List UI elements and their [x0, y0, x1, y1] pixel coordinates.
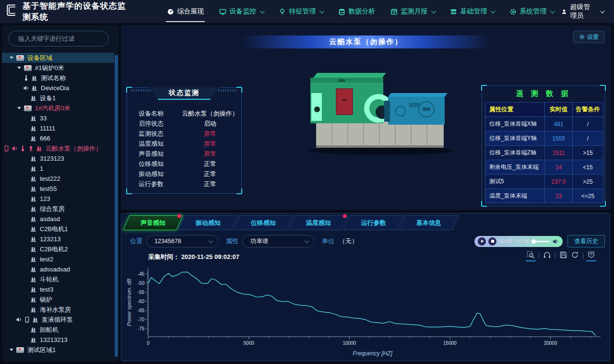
nav-item-dashboard[interactable]: 综合展现 [159, 0, 212, 23]
tree-item[interactable]: C2B电机2 [2, 244, 114, 254]
settings-button[interactable]: 设置 [573, 31, 604, 43]
tree-item[interactable]: 1 [2, 164, 114, 174]
tab-label: 位移感知 [251, 219, 276, 227]
zoom-select-icon[interactable] [527, 251, 535, 259]
nav-item-calendar[interactable]: 监测月报 [383, 0, 442, 23]
status-value: 正常 [179, 180, 241, 188]
device-icon [30, 215, 37, 223]
nav-item-layers[interactable]: 基础管理 [442, 0, 502, 23]
tree-item[interactable]: 测试区域1 [2, 345, 114, 355]
nav-item-database[interactable]: 数据分析 [331, 0, 383, 23]
tree-expand-caret[interactable] [10, 349, 13, 351]
svg-text:20000: 20000 [544, 341, 557, 346]
tab-运行参数[interactable]: 运行参数 [343, 215, 404, 230]
tree-item[interactable]: 测试名称 [2, 73, 114, 83]
sound-alarm-icon [15, 316, 23, 323]
telemetry-condition: <=25 [573, 189, 603, 203]
device-icon [31, 74, 38, 82]
monitor-icon [219, 8, 226, 15]
tree-item-label: 浆液循环泵 [42, 316, 73, 324]
annotation-icon[interactable] [587, 251, 595, 259]
nav-item-feature[interactable]: 特征管理 [271, 0, 331, 23]
headphones-icon[interactable] [543, 251, 551, 259]
nav-item-monitor[interactable]: 设备监控 [212, 0, 271, 23]
tree-item[interactable]: test55 [2, 184, 114, 194]
telemetry-condition: <15 [573, 160, 603, 175]
area-map-icon [16, 55, 24, 61]
tree-item[interactable]: test3 [2, 284, 114, 294]
device-icon [30, 306, 37, 313]
tree-item[interactable]: 浆液循环泵 [2, 315, 114, 325]
tree-item[interactable]: 设备区域 [2, 53, 114, 63]
tree-item-label: 3123123 [40, 155, 64, 162]
tab-位移感知[interactable]: 位移感知 [233, 215, 294, 230]
device-tree-sidebar: 设备区域#1锅炉0米测试名称DeviceDia设备11#汽机房0米3311111… [2, 25, 119, 362]
tree-item-label: 1 [40, 165, 43, 172]
tree-item[interactable]: test2 [2, 254, 114, 264]
unit-value: （无） [339, 237, 358, 246]
tree-item[interactable]: 13213213 [2, 335, 114, 345]
tree-item[interactable]: #1锅炉0米 [2, 63, 114, 73]
tree-item[interactable]: 11111 [2, 123, 114, 133]
save-image-icon[interactable] [559, 251, 567, 259]
status-label: 声音感知 [127, 150, 179, 158]
device-icon [30, 185, 37, 192]
stop-icon [491, 240, 494, 243]
nav-item-gears[interactable]: 系统管理 [502, 0, 561, 23]
tree-item[interactable]: 123 [2, 194, 114, 204]
tree-item[interactable]: 斗轮机 [2, 274, 114, 284]
tree-item-label: 13213213 [40, 336, 68, 343]
tree-item[interactable]: DeviceDia [2, 83, 114, 93]
tree-item[interactable]: 33 [2, 113, 114, 123]
stop-button[interactable] [488, 237, 496, 246]
tree-item[interactable]: asdasd [2, 214, 114, 224]
svg-text:Power spectrum, dB: Power spectrum, dB [126, 279, 132, 326]
tree-item-label: test55 [40, 185, 57, 192]
position-select[interactable]: 12345678 [146, 235, 218, 247]
view-history-button[interactable]: 查看历史 [567, 235, 605, 247]
refresh-icon[interactable] [571, 251, 579, 259]
tab-温度感知[interactable]: 温度感知 [288, 215, 349, 230]
slider-thumb[interactable] [531, 239, 536, 244]
tree-item[interactable]: 卸船机 [2, 325, 114, 335]
tree-expand-caret[interactable] [10, 57, 13, 59]
tree-expand-caret[interactable] [17, 67, 21, 69]
user-menu[interactable]: 超级管理员 [561, 3, 603, 20]
power-spectrum-chart[interactable]: -45-50-55-60-65-70-750500010000150002000… [124, 261, 607, 360]
tab-基本信息[interactable]: 基本信息 [399, 215, 459, 230]
tree-item-label: asdasd [40, 215, 60, 223]
tree-expand-caret[interactable] [17, 107, 21, 109]
svg-text:-55: -55 [138, 290, 145, 295]
tab-振动感知[interactable]: 振动感知 [178, 215, 238, 230]
telemetry-row: 测试5237.0>25 [485, 175, 603, 189]
tab-label: 声音感知 [141, 219, 165, 227]
telemetry-value: 1555 [545, 131, 573, 146]
search-icon [14, 35, 15, 42]
tree-item[interactable]: adssadsad [2, 264, 114, 274]
volume-icon[interactable] [552, 238, 559, 245]
player-progress-slider[interactable] [532, 241, 550, 242]
pump-3d-model[interactable] [306, 67, 454, 156]
tree-item[interactable]: 云酷水泵（勿操作） [2, 143, 114, 153]
tree-item[interactable]: 1#汽机房0米 [2, 103, 114, 113]
play-icon [481, 240, 484, 243]
tree-item[interactable]: 666 [2, 133, 114, 143]
telemetry-attr: 剩余电压_泵体末端 [485, 160, 545, 175]
device-icon [35, 145, 43, 152]
tree-item[interactable]: 锅炉 [2, 294, 114, 305]
tab-声音感知[interactable]: 声音感知 [123, 215, 183, 230]
tree-item[interactable]: test222 [2, 174, 114, 184]
chevron-down-icon [209, 238, 213, 243]
tree-item[interactable]: 综合泵房 [2, 204, 114, 214]
tree-item[interactable]: C2B电机1 [2, 224, 114, 234]
search-input[interactable] [18, 35, 103, 42]
tree-item[interactable]: 设备1 [2, 93, 114, 103]
tree-item[interactable]: 123213 [2, 234, 114, 244]
play-button[interactable] [478, 237, 486, 246]
tree-item[interactable]: 海补水泵房 [2, 305, 114, 315]
tree-item[interactable]: 3123123 [2, 153, 114, 164]
sidebar-scrollbar[interactable] [115, 55, 118, 357]
attribute-select[interactable]: 功率谱 [242, 235, 314, 247]
svg-text:-65: -65 [138, 308, 145, 313]
telemetry-row: 位移_泵体首端Y轴1555/ [485, 131, 603, 146]
